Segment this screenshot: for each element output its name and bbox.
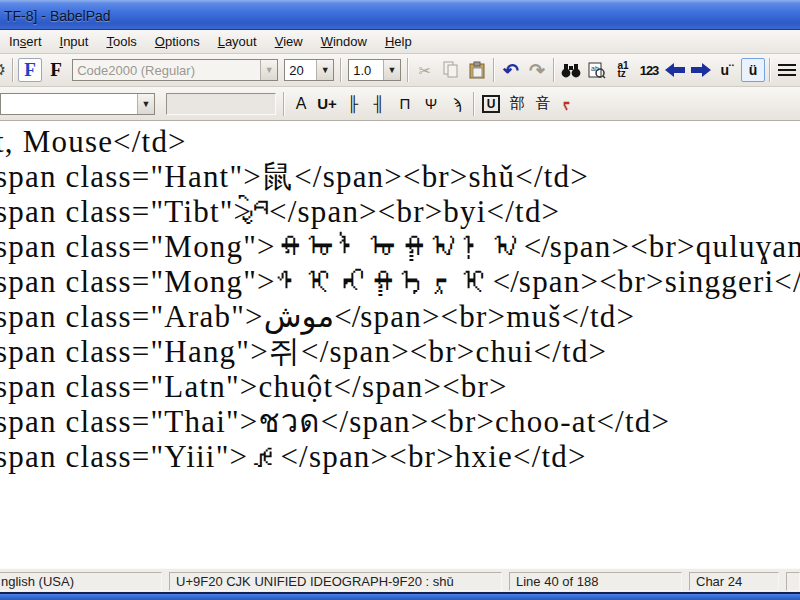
toolbar-separator (493, 58, 495, 82)
convert-case-button[interactable]: a1tz (611, 58, 635, 82)
decomposed-toggle-button[interactable]: u¨ (715, 58, 739, 82)
font-name-value: Code2000 (Regular) (73, 60, 260, 80)
mongolian-variant-2-button[interactable]: ╢ (367, 92, 391, 116)
mongolian-glyph-icon: ╟ (348, 96, 359, 111)
character-mode-button[interactable]: A (289, 92, 313, 116)
window-title: TF-8] - BabelPad (0, 6, 111, 24)
toolbar-separator (340, 58, 342, 82)
zoom-value: 1.0 (349, 60, 383, 80)
redo-button[interactable]: ↷ (525, 58, 549, 82)
toolbar-separator (283, 92, 285, 116)
menu-item-layout[interactable]: Layout (209, 31, 266, 53)
copy-button[interactable] (439, 58, 463, 82)
menu-item-insert[interactable]: Insert (0, 31, 51, 53)
toolbar-separator (407, 58, 409, 82)
mongolian-variant-4-button[interactable]: Ψ (419, 92, 443, 116)
toolbar-separator (769, 58, 771, 82)
copy-icon (442, 61, 460, 79)
menu-item-window[interactable]: Window (312, 31, 376, 53)
mongolian-glyph-icon: ╢ (374, 96, 385, 111)
u-diaeresis-separate-icon: u¨ (720, 62, 733, 78)
chevron-down-icon[interactable]: ▼ (316, 60, 333, 80)
editor-line: span class="Mong">ᠰᠢᠩᠭᠡᠷᠢ</span><br>sing… (0, 264, 800, 299)
paste-button[interactable] (465, 58, 489, 82)
mongolian-variant-3-button[interactable]: Π (393, 92, 417, 116)
numbers-icon: 123 (640, 63, 659, 78)
editor-line: span class="Yiii">ꉌ</span><br>hxie</td> (0, 439, 800, 474)
toolbar-main: ⚙ F F Code2000 (Regular) ▼ 20 ▼ 1.0 ▼ ✂ … (0, 54, 800, 87)
editor-line: span class="Arab">موش</span><br>muš</td> (0, 299, 800, 334)
taskbar-edge (0, 592, 800, 600)
previous-button[interactable] (663, 58, 687, 82)
menu-bar: Insert Input Tools Options Layout View W… (0, 30, 800, 54)
editor-line: span class="Thai">ชวด</span><br>choo-at<… (0, 404, 800, 439)
find-replace-icon: ab (588, 61, 606, 79)
menu-item-view[interactable]: View (266, 31, 312, 53)
editor-line: span class="Mong">ᠬᠤᠯᠤᠭᠠᠨᠠ</span><br>qul… (0, 229, 800, 264)
undo-icon: ↶ (503, 59, 519, 82)
codepoint-mode-button[interactable]: U+ (315, 92, 339, 116)
status-bar: nglish (USA) U+9F20 CJK UNIFIED IDEOGRAP… (0, 568, 800, 592)
status-char-position: Char 24 (689, 572, 779, 591)
redo-icon: ↷ (529, 59, 545, 82)
editor-line: span class="Hant">鼠</span><br>shǔ</td> (0, 159, 800, 194)
chevron-down-icon[interactable]: ▼ (137, 94, 154, 114)
menu-item-options[interactable]: Options (146, 31, 209, 53)
numbers-button[interactable]: 123 (637, 58, 661, 82)
status-extra-panel (786, 572, 800, 591)
cut-button[interactable]: ✂ (413, 58, 437, 82)
editor-line: t, Mouse</td> (0, 124, 800, 159)
pinyin-lookup-button[interactable]: 音 (531, 92, 555, 116)
block-combobox[interactable]: ▼ (0, 93, 155, 115)
menu-item-tools[interactable]: Tools (97, 31, 145, 53)
u-diaeresis-composed-icon: ü (749, 62, 758, 78)
editor-line: span class="Hang">쥐</span><br>chui</td> (0, 334, 800, 369)
text-editor[interactable]: t, Mouse</td> span class="Hant">鼠</span>… (0, 121, 800, 568)
scissors-icon: ✂ (419, 63, 432, 78)
radical-icon: 部 (510, 94, 525, 113)
composed-toggle-button[interactable]: ü (741, 58, 765, 82)
find-replace-button[interactable]: ab (585, 58, 609, 82)
zoom-combobox[interactable]: 1.0 ▼ (348, 59, 401, 81)
case-bottom-label: tz (617, 70, 628, 78)
font-color-toggle-button[interactable]: F (18, 58, 42, 82)
mongolian-glyph-icon: Ψ (425, 96, 438, 111)
black-f-icon: F (50, 59, 62, 81)
babelpad-window: TF-8] - BabelPad Insert Input Tools Opti… (0, 0, 800, 600)
editor-line: span class="Latn">chuột</span><br> (0, 369, 800, 404)
toolbar-secondary: ▼ A U+ ╟ ╢ Π Ψ ϡ U 部 音 ᠵ (0, 87, 800, 121)
gear-icon[interactable]: ⚙ (0, 59, 9, 81)
u-plus-icon: U+ (317, 96, 337, 111)
menu-item-help[interactable]: Help (376, 31, 421, 53)
mongolian-variant-5-button[interactable]: ϡ (445, 92, 469, 116)
pinyin-icon: 音 (536, 94, 551, 113)
undo-button[interactable]: ↶ (499, 58, 523, 82)
menu-item-input[interactable]: Input (51, 31, 98, 53)
line-wrap-button[interactable] (775, 58, 799, 82)
lines-icon (778, 63, 796, 77)
mongolian-variant-1-button[interactable]: ╟ (341, 92, 365, 116)
right-arrow-icon (691, 63, 711, 77)
clipboard-paste-icon (468, 61, 486, 79)
boxed-u-icon: U (482, 95, 501, 113)
editor-line: span class="Tibt">བྱི</span><br>byi</td> (0, 194, 800, 229)
mongolian-lookup-button[interactable]: ᠵ (557, 92, 581, 116)
toolbar-separator (12, 58, 14, 82)
title-bar[interactable]: TF-8] - BabelPad (0, 0, 800, 30)
blue-f-icon: F (24, 59, 36, 81)
mongolian-glyph-icon: ϡ (453, 96, 462, 111)
font-size-value: 20 (285, 60, 316, 80)
radical-lookup-button[interactable]: 部 (505, 92, 529, 116)
chevron-down-icon[interactable]: ▼ (260, 60, 277, 80)
font-plain-toggle-button[interactable]: F (44, 58, 68, 82)
font-name-combobox[interactable]: Code2000 (Regular) ▼ (72, 59, 278, 81)
next-button[interactable] (689, 58, 713, 82)
binoculars-icon (561, 62, 581, 78)
status-language: nglish (USA) (0, 572, 162, 591)
letter-a-icon: A (296, 96, 307, 112)
chevron-down-icon[interactable]: ▼ (383, 60, 400, 80)
block-value (1, 94, 137, 114)
find-button[interactable] (559, 58, 583, 82)
unicode-data-button[interactable]: U (479, 92, 503, 116)
font-size-combobox[interactable]: 20 ▼ (284, 59, 334, 81)
